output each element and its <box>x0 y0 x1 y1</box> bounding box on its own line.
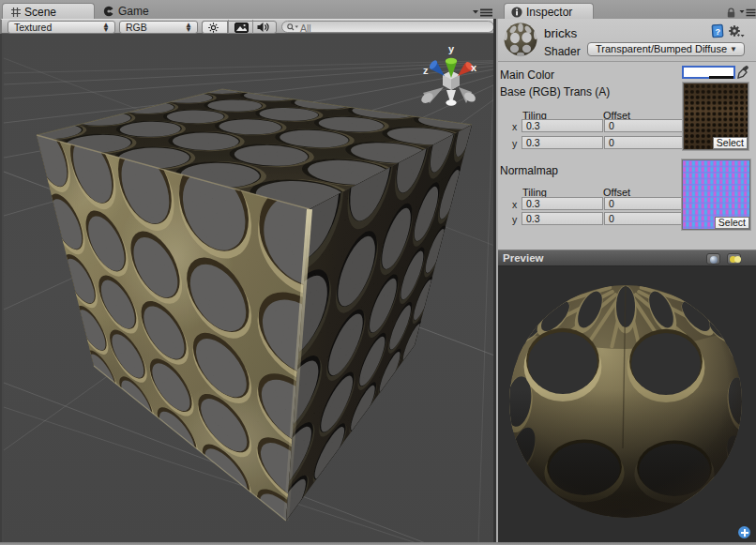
svg-text:x: x <box>471 62 477 73</box>
svg-text:y: y <box>448 43 455 54</box>
svg-text:z: z <box>423 65 429 76</box>
svg-text:?: ? <box>716 27 721 37</box>
